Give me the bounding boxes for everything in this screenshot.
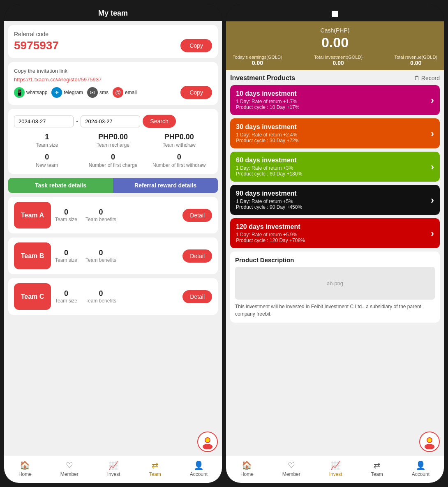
invest-120-detail1: 1 Day: Rate of return +5.9% bbox=[236, 232, 305, 238]
invest-10-card[interactable]: 10 days investment 1 Day: Rate of return… bbox=[230, 85, 440, 115]
team-withdraw-value: PHP0.00 bbox=[146, 133, 212, 141]
left-nav-home[interactable]: 🏠 Home bbox=[18, 460, 32, 477]
invest-30-info: 30 days investment 1 Day: Rate of return… bbox=[236, 123, 299, 143]
invest-10-detail1: 1 Day: Rate of return +1.7% bbox=[236, 99, 299, 104]
right-member-icon: ♡ bbox=[288, 460, 295, 470]
svg-point-2 bbox=[206, 438, 210, 442]
date-from-input[interactable] bbox=[14, 115, 74, 127]
invest-120-info: 120 days investment 1 Day: Rate of retur… bbox=[236, 223, 305, 243]
invest-90-detail1: 1 Day: Rate of return +5% bbox=[236, 198, 302, 204]
referral-code-card: Referral code 5975937 Copy bbox=[8, 25, 218, 58]
right-nav-team[interactable]: ⇄ Team bbox=[371, 460, 383, 477]
email-item[interactable]: @ email bbox=[113, 87, 137, 98]
date-to-input[interactable] bbox=[81, 115, 140, 127]
investment-val: 0.00 bbox=[314, 60, 363, 66]
record-button[interactable]: 🗒 Record bbox=[414, 75, 440, 81]
first-charge-label: Number of first charge bbox=[80, 162, 146, 168]
invite-label: Copy the invitation link bbox=[14, 68, 212, 74]
team-b-size: 0 Team size bbox=[55, 249, 77, 263]
invest-120-title: 120 days investment bbox=[236, 223, 305, 231]
right-nav-invest[interactable]: 📈 Invest bbox=[329, 460, 342, 477]
team-b-size-val: 0 bbox=[55, 249, 77, 257]
right-nav-account[interactable]: 👤 Account bbox=[412, 460, 430, 477]
team-recharge-value: PHP0.00 bbox=[80, 133, 146, 141]
telegram-icon: ✈ bbox=[51, 87, 62, 98]
invest-60-info: 60 days investment 1 Day: Rate of return… bbox=[236, 157, 302, 177]
team-b-benefits: 0 Team benefits bbox=[85, 249, 116, 263]
earnings-label: Today's earnings(GOLD) bbox=[233, 55, 282, 60]
team-b-detail-button[interactable]: Detail bbox=[182, 249, 212, 263]
left-nav-invest[interactable]: 📈 Invest bbox=[107, 460, 120, 477]
invest-120-card[interactable]: 120 days investment 1 Day: Rate of retur… bbox=[230, 218, 440, 248]
left-nav-account[interactable]: 👤 Account bbox=[190, 460, 208, 477]
left-nav-member[interactable]: ♡ Member bbox=[60, 460, 79, 477]
invest-90-card[interactable]: 90 days investment 1 Day: Rate of return… bbox=[230, 185, 440, 215]
invest-30-detail1: 1 Day: Rate of return +2.4% bbox=[236, 132, 299, 138]
invest-30-arrow: › bbox=[431, 128, 434, 139]
team-a-size-lbl: Team size bbox=[55, 217, 77, 222]
whatsapp-item[interactable]: 📱 whatsapp bbox=[14, 87, 47, 98]
team-b-card: Team B 0 Team size 0 Team benefits Detai… bbox=[8, 238, 218, 274]
team-a-card: Team A 0 Team size 0 Team benefits Detai… bbox=[8, 197, 218, 233]
cash-amount: 0.00 bbox=[233, 35, 437, 51]
record-label: Record bbox=[421, 75, 440, 81]
sms-item[interactable]: ✉ sms bbox=[87, 87, 109, 98]
svg-rect-3 bbox=[332, 11, 338, 17]
team-a-benefits-val: 0 bbox=[85, 208, 116, 217]
products-title: Investment Products bbox=[230, 74, 295, 82]
right-avatar-float bbox=[419, 432, 440, 452]
investment-label: Total investment(GOLD) bbox=[314, 55, 363, 60]
team-a-detail-button[interactable]: Detail bbox=[182, 209, 212, 222]
product-img-label: ab.png bbox=[327, 280, 343, 286]
product-desc-text: This investment will be invested in Feib… bbox=[235, 303, 435, 318]
left-phone: My team Referral code 5975937 Copy Copy … bbox=[4, 4, 222, 483]
right-top-bar bbox=[226, 4, 444, 21]
right-invest-label: Invest bbox=[329, 471, 342, 477]
svg-point-5 bbox=[425, 444, 434, 449]
invest-60-detail2: Product cycle : 60 Day +180% bbox=[236, 171, 302, 177]
social-icons: 📱 whatsapp ✈ telegram ✉ sms @ bbox=[14, 87, 137, 98]
product-desc-card: Product Description ab.png This investme… bbox=[230, 252, 440, 323]
team-b-benefits-val: 0 bbox=[85, 249, 116, 257]
tab-referral-reward[interactable]: Referral reward details bbox=[113, 178, 218, 193]
account-label: Account bbox=[190, 471, 208, 477]
invest-icon: 📈 bbox=[109, 460, 119, 470]
team-b-benefits-lbl: Team benefits bbox=[85, 257, 116, 263]
left-bottom-nav: 🏠 Home ♡ Member 📈 Invest ⇄ Team 👤 Accoun… bbox=[4, 456, 222, 483]
invest-90-detail2: Product cycle : 90 Day +450% bbox=[236, 204, 302, 210]
right-nav-home[interactable]: 🏠 Home bbox=[240, 460, 254, 477]
team-size-value: 1 bbox=[14, 133, 80, 141]
account-icon: 👤 bbox=[194, 460, 204, 470]
sms-label: sms bbox=[99, 90, 109, 95]
first-withdraw-stat: 0 Number of first withdraw bbox=[146, 153, 212, 168]
right-bottom-nav: 🏠 Home ♡ Member 📈 Invest ⇄ Team 👤 Accoun… bbox=[226, 456, 444, 483]
left-nav-team[interactable]: ⇄ Team bbox=[149, 460, 161, 477]
invite-link-card: Copy the invitation link https://1.txacm… bbox=[8, 62, 218, 105]
team-size-stat: 1 Team size bbox=[14, 133, 80, 148]
invest-60-card[interactable]: 60 days investment 1 Day: Rate of return… bbox=[230, 152, 440, 182]
first-charge-value: 0 bbox=[80, 153, 146, 162]
invest-30-card[interactable]: 30 days investment 1 Day: Rate of return… bbox=[230, 118, 440, 148]
team-c-detail-button[interactable]: Detail bbox=[182, 290, 212, 303]
team-a-benefits: 0 Team benefits bbox=[85, 208, 116, 222]
team-c-size-val: 0 bbox=[55, 289, 77, 298]
new-team-value: 0 bbox=[14, 153, 80, 162]
revenue-stat: Total revenue(GOLD) 0.00 bbox=[394, 55, 437, 66]
team-label: Team bbox=[149, 471, 161, 477]
team-c-card: Team C 0 Team size 0 Team benefits Detai… bbox=[8, 278, 218, 315]
team-a-stats: 0 Team size 0 Team benefits bbox=[55, 208, 178, 222]
team-c-badge: Team C bbox=[14, 283, 51, 310]
tab-task-rebate[interactable]: Task rebate details bbox=[8, 178, 113, 193]
invest-10-info: 10 days investment 1 Day: Rate of return… bbox=[236, 90, 299, 110]
record-icon: 🗒 bbox=[414, 75, 420, 81]
copy-code-button[interactable]: Copy bbox=[180, 39, 212, 52]
team-withdraw-label: Team withdraw bbox=[146, 142, 212, 148]
search-button[interactable]: Search bbox=[143, 115, 176, 128]
right-nav-member[interactable]: ♡ Member bbox=[282, 460, 300, 477]
first-charge-stat: 0 Number of first charge bbox=[80, 153, 146, 168]
telegram-item[interactable]: ✈ telegram bbox=[51, 87, 83, 98]
member-label: Member bbox=[60, 471, 79, 477]
sms-icon: ✉ bbox=[87, 87, 98, 98]
copy-link-button[interactable]: Copy bbox=[180, 86, 212, 99]
stats-card: - Search 1 Team size PHP0.00 Team rechar… bbox=[8, 109, 218, 174]
